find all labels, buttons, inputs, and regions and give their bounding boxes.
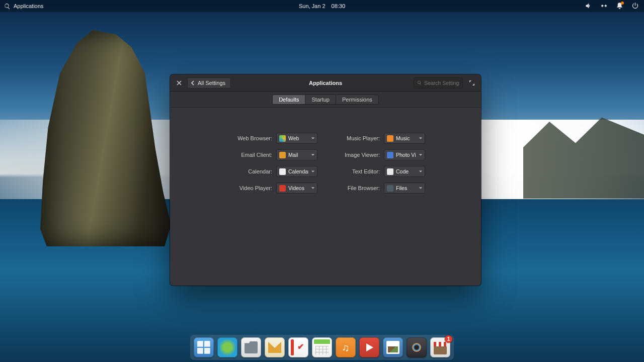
system-settings-window: All Settings Applications Defaults Start… xyxy=(170,74,481,286)
web-icon xyxy=(279,135,286,142)
chevron-down-icon xyxy=(419,186,423,190)
window-title: Applications xyxy=(309,80,342,86)
top-panel: Applications Sun, Jan 2 08:30 xyxy=(0,0,644,12)
calendar-icon xyxy=(279,168,286,175)
applications-menu-button[interactable]: Applications xyxy=(4,3,43,10)
defaults-pane: Web Browser: Web Email Client: Mail xyxy=(170,108,481,286)
session-indicator[interactable] xyxy=(631,2,639,11)
bell-icon xyxy=(616,2,623,10)
music-icon xyxy=(387,135,393,142)
combo-text-editor-value: Code xyxy=(396,168,416,174)
search-icon xyxy=(417,80,422,85)
tab-permissions[interactable]: Permissions xyxy=(336,95,378,104)
panel-time: 08:30 xyxy=(332,3,346,9)
power-icon xyxy=(631,2,639,10)
combo-text-editor[interactable]: Code xyxy=(384,166,425,177)
label-video-player: Video Player: xyxy=(226,185,272,191)
videos-icon xyxy=(279,185,286,192)
panel-date: Sun, Jan 2 xyxy=(299,3,326,9)
tab-startup[interactable]: Startup xyxy=(305,95,336,104)
network-indicator[interactable] xyxy=(600,2,608,11)
volume-indicator[interactable] xyxy=(585,2,592,11)
dock-photos[interactable] xyxy=(383,337,403,357)
dock-calendar[interactable] xyxy=(312,337,332,357)
dock-files[interactable] xyxy=(241,337,261,357)
combo-file-browser-value: Files xyxy=(396,185,416,191)
combo-email-client[interactable]: Mail xyxy=(276,149,317,160)
label-music-player: Music Player: xyxy=(334,135,380,141)
network-icon xyxy=(600,2,608,10)
all-settings-back-button[interactable]: All Settings xyxy=(187,77,231,88)
combo-music-player[interactable]: Music xyxy=(384,133,425,144)
back-button-label: All Settings xyxy=(198,80,225,86)
dock-web[interactable] xyxy=(217,337,237,357)
maximize-icon xyxy=(469,80,475,86)
chevron-down-icon xyxy=(311,169,315,173)
dock-multitasking[interactable] xyxy=(194,337,214,357)
chevron-down-icon xyxy=(419,136,423,140)
dock-videos[interactable] xyxy=(359,337,379,357)
chevron-down-icon xyxy=(311,186,315,190)
dock-tasks[interactable] xyxy=(288,337,308,357)
window-maximize-button[interactable] xyxy=(467,78,477,88)
dock: 1 xyxy=(190,335,454,360)
mail-icon xyxy=(279,152,286,158)
code-icon xyxy=(387,168,393,175)
window-titlebar[interactable]: All Settings Applications xyxy=(170,74,481,92)
chevron-down-icon xyxy=(311,136,315,140)
combo-calendar-value: Calendar xyxy=(288,168,308,174)
label-calendar: Calendar: xyxy=(226,168,272,174)
combo-video-player[interactable]: Videos xyxy=(276,183,317,194)
combo-email-client-value: Mail xyxy=(288,152,308,158)
notifications-indicator[interactable] xyxy=(616,2,623,11)
settings-search-field[interactable] xyxy=(414,77,463,88)
combo-calendar[interactable]: Calendar xyxy=(276,166,317,177)
tab-defaults[interactable]: Defaults xyxy=(273,95,305,104)
speaker-icon xyxy=(585,2,592,10)
photo-viewer-icon xyxy=(387,152,393,158)
label-email-client: Email Client: xyxy=(226,152,272,158)
label-text-editor: Text Editor: xyxy=(334,168,380,174)
files-icon xyxy=(387,185,393,192)
combo-web-browser-value: Web xyxy=(288,135,308,141)
search-icon xyxy=(4,3,11,10)
combo-web-browser[interactable]: Web xyxy=(276,133,317,144)
combo-image-viewer[interactable]: Photo Viewer xyxy=(384,149,425,160)
dock-camera[interactable] xyxy=(407,337,427,357)
combo-file-browser[interactable]: Files xyxy=(384,183,425,194)
settings-search-input[interactable] xyxy=(424,80,459,86)
combo-video-player-value: Videos xyxy=(288,185,308,191)
applications-tab-bar: Defaults Startup Permissions xyxy=(170,92,481,108)
close-icon xyxy=(177,80,182,85)
dock-appcenter-badge: 1 xyxy=(445,335,452,343)
chevron-down-icon xyxy=(311,153,315,157)
dock-mail[interactable] xyxy=(265,337,285,357)
dock-music[interactable] xyxy=(336,337,356,357)
chevron-down-icon xyxy=(419,169,423,173)
label-file-browser: File Browser: xyxy=(334,185,380,191)
arrow-left-icon xyxy=(191,80,196,85)
label-image-viewer: Image Viewer: xyxy=(334,152,380,158)
clock-button[interactable]: Sun, Jan 2 08:30 xyxy=(299,0,345,12)
dock-appcenter[interactable]: 1 xyxy=(430,337,450,357)
window-close-button[interactable] xyxy=(174,78,184,88)
combo-image-viewer-value: Photo Viewer xyxy=(396,152,416,158)
label-web-browser: Web Browser: xyxy=(226,135,272,141)
combo-music-player-value: Music xyxy=(396,135,416,141)
applications-menu-label: Applications xyxy=(14,3,43,9)
chevron-down-icon xyxy=(419,153,423,157)
